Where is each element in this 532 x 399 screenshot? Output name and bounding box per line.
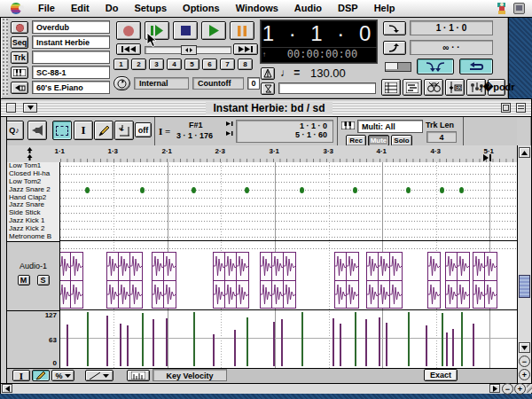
punch-toggle-slider[interactable] bbox=[385, 62, 411, 72]
audio-event-group-4[interactable] bbox=[213, 252, 249, 309]
velocity-bar-10[interactable] bbox=[213, 334, 215, 366]
play-button[interactable] bbox=[201, 21, 226, 40]
trklen-value[interactable]: 4 bbox=[426, 131, 457, 143]
velocity-bar-18[interactable] bbox=[355, 312, 356, 366]
track-name-9[interactable]: Jazz Kick 2 bbox=[7, 225, 59, 233]
vzoom-out-button[interactable]: − bbox=[519, 356, 530, 367]
scroll-up-arrow[interactable] bbox=[519, 147, 530, 158]
insert-marker[interactable] bbox=[27, 147, 33, 153]
palette-drag-handle[interactable] bbox=[2, 18, 8, 96]
drums-window-button[interactable] bbox=[424, 79, 443, 96]
track-name-1[interactable]: Low Tom1 bbox=[7, 162, 59, 170]
stop-button[interactable] bbox=[173, 21, 198, 40]
forward-to-end-button[interactable] bbox=[233, 43, 258, 55]
velocity-bar-21[interactable] bbox=[386, 323, 387, 366]
velocity-bar-9[interactable] bbox=[193, 312, 195, 366]
velocity-bar-15[interactable] bbox=[301, 312, 303, 366]
note-grid[interactable] bbox=[60, 162, 517, 241]
note-event-2[interactable] bbox=[140, 187, 145, 193]
note-event-6[interactable] bbox=[353, 187, 357, 193]
punch-in-button[interactable] bbox=[383, 21, 406, 35]
velocity-bar-20[interactable] bbox=[379, 317, 380, 366]
resize-grip[interactable] bbox=[527, 384, 532, 393]
rewind-to-start-button[interactable] bbox=[116, 43, 141, 55]
velocity-bar-28[interactable] bbox=[473, 324, 474, 366]
module-field[interactable]: SC-88-1 bbox=[32, 66, 110, 79]
quantize-tool[interactable]: Q♪ bbox=[4, 121, 24, 140]
audio-event-group-8[interactable] bbox=[427, 252, 441, 309]
velocity-bar-16[interactable] bbox=[332, 318, 334, 366]
audio-event-group-1[interactable] bbox=[60, 252, 83, 309]
punch-mode-button[interactable] bbox=[417, 59, 454, 74]
menu-do[interactable]: Do bbox=[98, 0, 127, 17]
countoff-field[interactable]: Countoff bbox=[192, 77, 244, 90]
track-name-6[interactable]: Jazz Snare bbox=[7, 201, 59, 209]
patch-button[interactable] bbox=[11, 82, 28, 94]
velocity-bar-11[interactable] bbox=[234, 330, 236, 366]
title-bar[interactable]: Instant Herbie: bd / sd bbox=[1, 99, 531, 117]
exact-button[interactable]: Exact bbox=[424, 369, 458, 381]
velocity-bar-26[interactable] bbox=[452, 329, 454, 366]
track-end-marker[interactable] bbox=[483, 154, 491, 161]
audio-event-group-9[interactable] bbox=[445, 252, 470, 309]
velocity-bar-24[interactable] bbox=[442, 313, 443, 366]
trk-button[interactable]: Trk bbox=[11, 51, 28, 64]
menu-file[interactable]: File bbox=[30, 0, 63, 17]
metronome-button[interactable] bbox=[261, 67, 275, 80]
sync-source-field[interactable]: Internal bbox=[134, 77, 189, 90]
scroll-left-arrow[interactable] bbox=[2, 384, 12, 393]
audio-solo-button[interactable]: S bbox=[37, 275, 50, 286]
memory-button-1[interactable]: 1 bbox=[113, 59, 129, 70]
record-mode-button[interactable] bbox=[11, 21, 28, 34]
countoff-value-field[interactable]: 0 bbox=[247, 77, 260, 90]
crosshair-tool[interactable]: + bbox=[114, 121, 134, 140]
horizontal-scrollbar[interactable] bbox=[1, 383, 531, 394]
memory-button-4[interactable]: 4 bbox=[167, 59, 182, 70]
audio-event-group-2[interactable] bbox=[106, 252, 143, 309]
insert-time[interactable]: 3 · 1 · 176 bbox=[176, 131, 213, 140]
vision-app-icon[interactable] bbox=[496, 2, 508, 15]
remote-window-button[interactable]: R2 bbox=[445, 79, 465, 96]
velocity-pencil-tool[interactable] bbox=[32, 370, 50, 381]
line-tool[interactable] bbox=[85, 370, 113, 381]
pause-button[interactable] bbox=[230, 21, 254, 40]
punch-out-button[interactable] bbox=[383, 41, 406, 55]
note-event-3[interactable] bbox=[192, 187, 196, 193]
insert-stepper[interactable] bbox=[226, 121, 233, 137]
scroll-down-arrow[interactable] bbox=[519, 342, 530, 353]
bars-view-button[interactable] bbox=[127, 370, 150, 381]
percent-tool[interactable]: % bbox=[51, 370, 74, 381]
velocity-bar-14[interactable] bbox=[281, 319, 283, 366]
menu-edit[interactable]: Edit bbox=[63, 0, 98, 17]
note-event-8[interactable] bbox=[440, 187, 444, 193]
velocity-ibeam-tool[interactable]: I bbox=[12, 370, 30, 381]
velocity-bar-4[interactable] bbox=[120, 324, 121, 366]
note-event-9[interactable] bbox=[459, 187, 464, 193]
note-event-7[interactable] bbox=[406, 187, 411, 193]
velocity-graph[interactable] bbox=[60, 310, 517, 368]
insert-pitch[interactable]: F#1 bbox=[189, 121, 203, 129]
memory-button-6[interactable]: 6 bbox=[202, 59, 217, 70]
hzoom-out-button[interactable]: − bbox=[502, 383, 513, 395]
memory-button-8[interactable]: 8 bbox=[238, 59, 253, 70]
audio-lane[interactable] bbox=[60, 241, 517, 310]
patch-field[interactable]: 60's E.Piano bbox=[32, 81, 110, 94]
sequence-name-field[interactable]: Instant Herbie bbox=[32, 35, 110, 49]
audition-tool[interactable] bbox=[27, 121, 47, 140]
velocity-bar-1[interactable] bbox=[66, 325, 68, 366]
menu-windows[interactable]: Windows bbox=[228, 0, 286, 17]
tempo-slider-field[interactable] bbox=[278, 82, 376, 94]
audio-event-group-6[interactable] bbox=[334, 252, 359, 309]
pencil-tool[interactable] bbox=[94, 121, 113, 140]
off-button[interactable]: off bbox=[135, 122, 152, 137]
velocity-bar-13[interactable] bbox=[273, 322, 275, 366]
graph-type-field[interactable]: Key Velocity bbox=[153, 369, 227, 381]
audio-event-group-3[interactable] bbox=[152, 252, 176, 309]
monitor-icon[interactable] bbox=[513, 3, 525, 14]
apple-menu-icon[interactable] bbox=[11, 3, 21, 14]
note-event-5[interactable] bbox=[300, 187, 304, 193]
menu-help[interactable]: Help bbox=[366, 0, 403, 17]
record-mode-field[interactable]: Overdub bbox=[32, 20, 110, 34]
notation-window-button[interactable]: ♪�podr bbox=[488, 79, 505, 96]
memory-button-3[interactable]: 3 bbox=[149, 59, 164, 70]
